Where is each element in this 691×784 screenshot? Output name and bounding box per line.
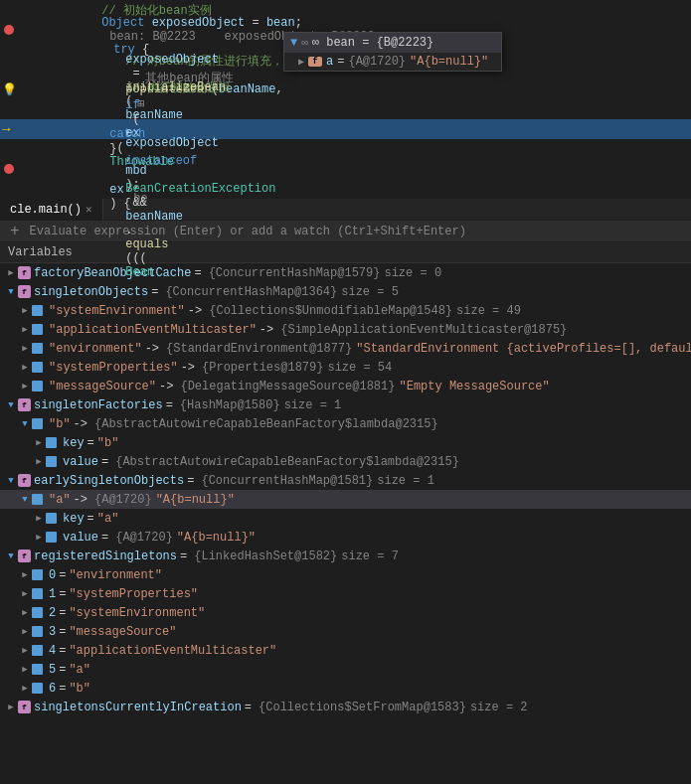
var-row-0-environment[interactable]: ▶ 0 = "environment" — [0, 565, 691, 584]
box-icon — [32, 324, 43, 335]
var-row-environment[interactable]: ▶ "environment" -> {StandardEnvironment@… — [0, 339, 691, 358]
var-row-2-systemEnvironment[interactable]: ▶ 2 = "systemEnvironment" — [0, 603, 691, 622]
var-row-value-lambda[interactable]: ▶ value = {AbstractAutowireCapableBeanFa… — [0, 452, 691, 471]
var-row-systemEnvironment[interactable]: ▶ "systemEnvironment" -> {Collections$Un… — [0, 301, 691, 320]
box-icon — [32, 418, 43, 429]
box-icon — [32, 588, 43, 599]
box-icon — [32, 626, 43, 637]
box-icon — [32, 569, 43, 580]
breakpoint-icon — [4, 25, 14, 35]
var-row-b[interactable]: ▼ "b" -> {AbstractAutowireCapableBeanFac… — [0, 414, 691, 433]
box-icon — [32, 362, 43, 373]
var-row-singletonFactories[interactable]: ▼ f singletonFactories = {HashMap@1580} … — [0, 395, 691, 414]
box-icon — [46, 532, 57, 543]
var-row-messageSource[interactable]: ▶ "messageSource" -> {DelegatingMessageS… — [0, 377, 691, 395]
var-row-singletonsCurrentlyInCreation[interactable]: ▶ f singletonsCurrentlyInCreation = {Col… — [0, 698, 691, 716]
var-list[interactable]: ▶ f factoryBeanObjectCache = {Concurrent… — [0, 263, 691, 784]
f-icon: f — [18, 398, 31, 411]
var-row-key-b[interactable]: ▶ key = "b" — [0, 433, 691, 452]
editor-area: // 初始化bean实例 Object exposedObject = bean… — [0, 0, 691, 199]
f-icon: f — [18, 266, 31, 279]
breakpoint-icon-2 — [4, 164, 14, 174]
current-line-arrow: → — [2, 121, 10, 137]
var-row-applicationEventMulticaster[interactable]: ▶ "applicationEventMulticaster" -> {Simp… — [0, 320, 691, 339]
variable-tooltip: ▼ ∞ ∞ bean = {B@2223} ▶ f a = {A@1720} "… — [283, 32, 502, 72]
var-row-earlySingletonObjects[interactable]: ▼ f earlySingletonObjects = {ConcurrentH… — [0, 471, 691, 490]
box-icon — [32, 607, 43, 618]
var-row-key-a[interactable]: ▶ key = "a" — [0, 509, 691, 528]
f-icon: f — [18, 285, 31, 298]
tooltip-header: ▼ ∞ ∞ bean = {B@2223} — [284, 33, 501, 53]
box-icon — [46, 456, 57, 467]
box-icon — [32, 645, 43, 656]
f-icon: f — [18, 474, 31, 487]
f-badge: f — [308, 57, 322, 67]
var-row-4-appEventMulticaster[interactable]: ▶ 4 = "applicationEventMulticaster" — [0, 641, 691, 660]
box-icon — [46, 437, 57, 448]
code-content-10: if ( ex instanceof BeanCreationException… — [55, 84, 691, 293]
var-row-6-b[interactable]: ▶ 6 = "b" — [0, 679, 691, 698]
box-icon — [32, 305, 43, 316]
var-row-a-selected[interactable]: ▼ "a" -> {A@1720} "A{b=null}" — [0, 490, 691, 509]
var-row-5-a[interactable]: ▶ 5 = "a" — [0, 660, 691, 679]
add-watch-button[interactable]: + — [6, 223, 24, 240]
tooltip-row-1[interactable]: ▶ f a = {A@1720} "A{b=null}" — [284, 53, 501, 71]
box-icon — [32, 343, 43, 354]
variables-panel: Variables ▶ f factoryBeanObjectCache = {… — [0, 242, 691, 784]
var-row-3-messageSource[interactable]: ▶ 3 = "messageSource" — [0, 622, 691, 641]
code-line-10: if ( ex instanceof BeanCreationException… — [0, 179, 691, 199]
f-icon: f — [18, 549, 31, 562]
box-icon — [46, 513, 57, 524]
f-icon: f — [18, 701, 31, 713]
bulb-icon: 💡 — [2, 82, 17, 97]
box-icon — [32, 494, 43, 505]
box-icon — [32, 381, 43, 392]
var-row-value-a[interactable]: ▶ value = {A@1720} "A{b=null}" — [0, 528, 691, 547]
var-row-registeredSingletons[interactable]: ▼ f registeredSingletons = {LinkedHashSe… — [0, 547, 691, 565]
var-row-1-systemProperties[interactable]: ▶ 1 = "systemProperties" — [0, 584, 691, 603]
var-row-systemProperties[interactable]: ▶ "systemProperties" -> {Properties@1879… — [0, 358, 691, 377]
box-icon — [32, 664, 43, 675]
box-icon — [32, 683, 43, 694]
